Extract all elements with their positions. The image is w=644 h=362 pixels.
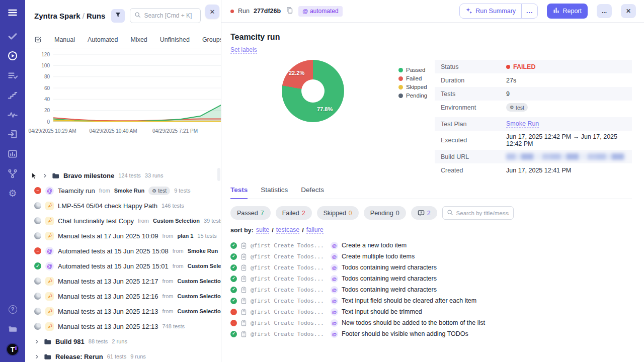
filter-pill-passed[interactable]: Passed7 (230, 206, 271, 220)
test-search[interactable] (442, 206, 514, 220)
run-overview: 22.2% 77.8% PassedFailedSkippedPending S… (230, 60, 632, 177)
detail-value-link: Smoke Run (506, 120, 539, 128)
run-row[interactable]: Chat functinality test CopyfromCustom Se… (25, 213, 221, 228)
branch-icon[interactable] (7, 168, 18, 179)
filter-pill-skipped[interactable]: Skipped0 (317, 206, 359, 220)
detail-label: Created (441, 167, 506, 174)
test-row[interactable]: ✓@first Create Todos...@Create multiple … (230, 251, 632, 262)
manual-run-icon (45, 277, 54, 286)
automated-badge: @ automated (298, 6, 342, 17)
settings-gear-icon[interactable]: ⚙ (7, 188, 18, 199)
automated-test-icon: @ (331, 264, 338, 272)
test-row[interactable]: –@first Create Todos...@Text input shoul… (230, 306, 632, 317)
gear-icon: ⚙ (510, 105, 514, 110)
run-row[interactable]: ✓@Automated tests at 15 Jun 2025 15:01fr… (25, 258, 221, 274)
projects-folder-icon[interactable] (7, 323, 18, 334)
test-row[interactable]: –@first Create Todos...@New todos should… (230, 317, 632, 328)
run-summary-button[interactable]: Run Summary ... (459, 4, 538, 19)
filter-pill-comments[interactable]: 2 (411, 206, 437, 220)
filter-button[interactable] (111, 9, 125, 23)
sort-link-testcase[interactable]: testcase (276, 226, 300, 234)
report-button[interactable]: Report (547, 4, 588, 19)
test-row[interactable]: ✓@first Create Todos...@Create a new tod… (230, 240, 632, 251)
legend-item-failed: Failed (398, 75, 427, 81)
filter-pill-failed[interactable]: Failed2 (276, 206, 312, 220)
detail-row-test-plan: Test PlanSmoke Run (435, 117, 632, 131)
automated-badge-label: automated (310, 8, 339, 15)
automated-test-icon: @ (331, 330, 338, 338)
checklist-icon[interactable] (7, 70, 18, 81)
sort-separator: / (272, 227, 273, 234)
test-row[interactable]: ✓@first Create Todos...@Footer should be… (230, 328, 632, 339)
user-avatar[interactable]: T (6, 343, 19, 356)
run-row[interactable]: Manual tests at 13 Jun 2025 12:13fromCus… (25, 304, 221, 319)
clipboard-icon (240, 242, 247, 249)
run-row[interactable]: Manual tests at 13 Jun 2025 12:17fromCus… (25, 274, 221, 289)
automated-test-icon: @ (331, 242, 338, 249)
panel-close-button[interactable]: ✕ (205, 5, 219, 19)
runs-play-icon[interactable] (7, 50, 18, 61)
run-row[interactable]: –@Automated tests at 15 Jun 2025 15:08fr… (25, 243, 221, 258)
run-type-tab-unfinished[interactable]: Unfinished (160, 36, 190, 43)
menu-icon[interactable] (7, 7, 18, 18)
run-label: Run (238, 8, 250, 15)
tab-tests[interactable]: Tests (230, 186, 248, 199)
chevron-right-icon[interactable] (34, 354, 40, 359)
tests-check-icon[interactable] (7, 31, 18, 42)
test-status-passed-icon: ✓ (230, 331, 237, 337)
tab-statistics[interactable]: Statistics (261, 186, 288, 199)
run-row[interactable]: –@Teamcity runfromSmoke Run⚙test9 tests (25, 183, 221, 198)
test-plan-link[interactable]: Smoke Run (506, 120, 539, 128)
global-search[interactable] (130, 8, 201, 23)
run-tests-count: 748 tests (162, 323, 185, 329)
svg-text:04/29/2025 10:40 AM: 04/29/2025 10:40 AM (89, 128, 137, 134)
pill-count: 2 (427, 210, 431, 217)
run-type-tab-mixed[interactable]: Mixed (130, 36, 147, 43)
svg-text:80: 80 (44, 74, 50, 79)
chevron-right-icon[interactable] (34, 339, 40, 344)
select-runs-icon[interactable] (34, 36, 42, 43)
manual-run-icon (45, 292, 54, 301)
sort-link-suite[interactable]: suite (256, 226, 269, 234)
folder-row[interactable]: Release: Rerun61 tests9 runs (25, 349, 221, 362)
run-type-tab-automated[interactable]: Automated (88, 36, 118, 43)
global-search-input[interactable] (144, 12, 196, 19)
runs-panel-header: Zyntra Spark/Runs ✕ (25, 0, 221, 31)
folder-name: Release: Rerun (55, 353, 103, 360)
milestones-steps-icon[interactable] (7, 89, 18, 101)
import-icon[interactable] (7, 129, 18, 140)
test-row[interactable]: ✓@first Create Todos...@Todos containing… (230, 273, 632, 284)
sort-link-failure[interactable]: failure (306, 226, 324, 234)
run-row[interactable]: Manual tests at 13 Jun 2025 12:16fromCus… (25, 289, 221, 304)
detail-row-created: CreatedJun 17, 2025 12:41 PM (435, 163, 632, 177)
run-row[interactable]: Manual tests at 17 Jun 2025 10:09frompla… (25, 228, 221, 243)
more-actions-button[interactable]: ... (597, 4, 612, 18)
filter-pill-pending[interactable]: Pending0 (364, 206, 406, 220)
set-labels-link[interactable]: Set labels (230, 46, 257, 54)
clipboard-icon (240, 253, 247, 260)
project-name[interactable]: Zyntra Spark (34, 12, 80, 20)
mouse-cursor-icon (31, 172, 38, 179)
test-row[interactable]: ✓@first Create Todos...@Todos containing… (230, 284, 632, 295)
run-type-tab-manual[interactable]: Manual (54, 36, 75, 43)
close-run-button[interactable]: ✕ (621, 4, 636, 18)
test-row[interactable]: ✓@first Create Todos...@Text input field… (230, 295, 632, 306)
run-status-pending-icon (34, 278, 41, 285)
tab-defects[interactable]: Defects (301, 186, 324, 199)
run-type-tab-groups[interactable]: Groups (202, 36, 221, 43)
run-summary-more-button[interactable]: ... (521, 4, 537, 18)
copy-run-id-button[interactable] (285, 6, 294, 17)
test-row[interactable]: ✓@first Create Todos...@Todos containing… (230, 262, 632, 273)
manual-run-icon (45, 322, 54, 331)
run-row[interactable]: Manual tests at 13 Jun 2025 12:13748 tes… (25, 319, 221, 334)
pulse-icon[interactable] (7, 109, 18, 120)
scrollbar-thumb[interactable] (217, 168, 220, 181)
folder-row[interactable]: Bravo milestone124 tests33 runs (25, 168, 221, 183)
run-row[interactable]: LMP-554 05/04 check Happy Path146 tests (25, 198, 221, 213)
analytics-icon[interactable] (7, 148, 18, 159)
help-icon[interactable]: ? (7, 304, 18, 315)
folder-row[interactable]: Build 98188 tests2 runs (25, 334, 221, 349)
detail-label: Build URL (441, 153, 506, 160)
chevron-right-icon[interactable] (42, 173, 48, 178)
test-search-input[interactable] (456, 210, 509, 216)
